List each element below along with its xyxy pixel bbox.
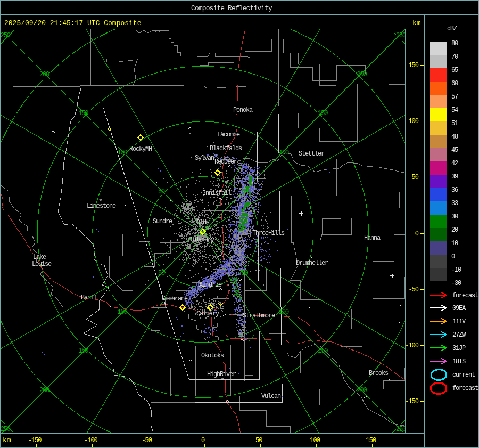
svg-text:Olds: Olds (196, 219, 210, 226)
svg-text:36: 36 (451, 186, 458, 194)
svg-text:Vulcan: Vulcan (261, 393, 281, 400)
svg-text:Hanna: Hanna (364, 234, 381, 242)
svg-text:50: 50 (158, 270, 165, 277)
svg-text:111V: 111V (452, 318, 466, 325)
svg-text:Airdrie: Airdrie (199, 281, 222, 289)
svg-text:54: 54 (451, 107, 458, 114)
svg-text:20: 20 (451, 226, 458, 234)
svg-text:Strathmore: Strathmore (243, 312, 275, 320)
svg-text:0: 0 (451, 253, 455, 260)
svg-text:100: 100 (310, 437, 320, 444)
svg-text:100: 100 (408, 118, 418, 125)
svg-text:50: 50 (412, 174, 419, 181)
svg-text:50: 50 (242, 270, 249, 277)
svg-text:-150: -150 (405, 398, 419, 405)
svg-text:forecast: forecast (452, 292, 478, 299)
svg-text:50: 50 (255, 437, 262, 444)
svg-text:65: 65 (451, 67, 458, 74)
svg-text:Lacombe: Lacombe (217, 131, 240, 139)
svg-text:200: 200 (39, 387, 49, 394)
svg-text:Lake: Lake (33, 254, 46, 261)
svg-text:Innisfail: Innisfail (202, 190, 232, 197)
svg-text:-150: -150 (28, 437, 42, 444)
svg-text:km: km (412, 19, 421, 27)
svg-text:dBZ: dBZ (447, 25, 457, 32)
svg-text:250: 250 (1, 32, 11, 39)
svg-text:-30: -30 (451, 280, 461, 287)
svg-text:0: 0 (415, 230, 419, 238)
svg-text:ThreeHills: ThreeHills (252, 230, 285, 237)
svg-text:Brooks: Brooks (369, 370, 389, 377)
svg-text:-100: -100 (405, 342, 419, 349)
svg-text:60: 60 (451, 80, 458, 87)
svg-text:42: 42 (451, 160, 458, 167)
svg-text:RedDeer: RedDeer (214, 158, 237, 166)
svg-text:Didsbury: Didsbury (188, 236, 214, 243)
svg-text:48: 48 (451, 133, 458, 141)
svg-text:-100: -100 (84, 437, 98, 444)
svg-text:100: 100 (118, 149, 128, 157)
svg-text:forecast: forecast (452, 385, 478, 392)
svg-text:Banff: Banff (81, 294, 97, 302)
svg-text:100: 100 (118, 308, 128, 316)
svg-text:150: 150 (408, 62, 418, 69)
svg-text:Louise: Louise (32, 260, 52, 268)
svg-text:250: 250 (396, 426, 406, 433)
svg-text:50: 50 (242, 188, 249, 196)
svg-text:-50: -50 (408, 286, 418, 294)
svg-text:100: 100 (279, 308, 289, 316)
svg-text:Ponoka: Ponoka (233, 107, 253, 114)
svg-text:200: 200 (357, 71, 367, 78)
svg-text:*: * (98, 198, 103, 206)
svg-text:0: 0 (201, 437, 205, 444)
svg-text:200: 200 (39, 71, 49, 78)
svg-text:100: 100 (279, 149, 289, 157)
svg-text:10: 10 (451, 240, 458, 247)
svg-text:33: 33 (451, 200, 458, 207)
svg-text:RockyMH: RockyMH (129, 145, 152, 153)
svg-text:km: km (3, 436, 11, 444)
svg-text:150: 150 (78, 110, 88, 117)
svg-text:45: 45 (451, 146, 458, 154)
svg-text:30: 30 (451, 213, 458, 221)
svg-text:Sylvan: Sylvan (195, 154, 214, 162)
svg-text:current: current (452, 371, 475, 379)
svg-text:Drumheller: Drumheller (296, 259, 328, 267)
svg-text:150: 150 (318, 110, 328, 117)
svg-text:39: 39 (451, 173, 458, 181)
svg-text:70: 70 (451, 53, 458, 61)
svg-text:150: 150 (78, 347, 88, 355)
svg-text:Calgary: Calgary (196, 310, 219, 317)
svg-text:200: 200 (357, 387, 367, 394)
svg-text:51: 51 (451, 120, 458, 127)
svg-text:150: 150 (366, 437, 376, 444)
svg-text:57: 57 (451, 93, 458, 101)
svg-text:250: 250 (1, 426, 11, 433)
svg-text:-50: -50 (142, 437, 152, 444)
svg-text:31JP: 31JP (452, 345, 466, 352)
svg-text:*: * (250, 180, 254, 188)
svg-text:250: 250 (396, 32, 406, 39)
svg-text:Cochrane: Cochrane (162, 295, 188, 303)
svg-text:Blackfalds: Blackfalds (210, 145, 242, 152)
svg-text:09EA: 09EA (452, 305, 466, 312)
svg-text:2025/09/20 21:45:17 UTC Compos: 2025/09/20 21:45:17 UTC Composite (4, 19, 141, 27)
svg-text:Stettler: Stettler (299, 150, 325, 158)
svg-text:50: 50 (158, 188, 165, 196)
svg-text:80: 80 (451, 40, 458, 47)
svg-text:*: * (220, 377, 225, 385)
svg-text:-10: -10 (451, 266, 461, 274)
svg-text:27ZW: 27ZW (452, 331, 466, 339)
svg-text:Sundre: Sundre (153, 218, 172, 225)
svg-text:150: 150 (318, 347, 328, 355)
svg-text:Composite_Reflectivity: Composite_Reflectivity (191, 4, 272, 12)
svg-text:18TS: 18TS (452, 358, 466, 365)
svg-text:Okotoks: Okotoks (201, 352, 224, 360)
